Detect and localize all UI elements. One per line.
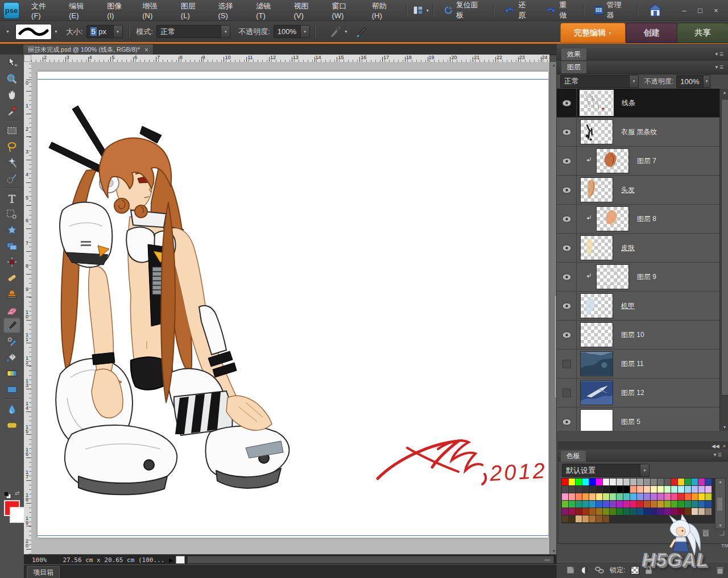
color-swatch[interactable] bbox=[705, 486, 712, 493]
color-swatch[interactable] bbox=[603, 508, 609, 515]
horizontal-scrollbar-track[interactable]: »»» bbox=[187, 556, 554, 564]
resize-grip-icon[interactable] bbox=[719, 530, 725, 536]
color-swatch[interactable] bbox=[569, 508, 575, 515]
opacity-field[interactable]: 100% ▼ bbox=[274, 25, 310, 38]
color-swatch[interactable] bbox=[610, 493, 616, 500]
red-eye-removal-tool[interactable] bbox=[3, 254, 20, 269]
color-swatch[interactable] bbox=[610, 486, 616, 493]
panel-menu-icon[interactable]: ▼☰ bbox=[714, 65, 724, 70]
move-tool[interactable] bbox=[3, 55, 20, 70]
swatches-scrollbar[interactable]: ▲ ▼ bbox=[715, 478, 726, 529]
color-swatch[interactable] bbox=[589, 501, 595, 508]
color-swatch[interactable] bbox=[623, 508, 630, 515]
layer-visibility-toggle[interactable] bbox=[557, 234, 577, 262]
effects-panel-header[interactable]: 效果 ▼☰ bbox=[557, 48, 728, 61]
tablet-brush-icon[interactable] bbox=[354, 25, 367, 39]
color-swatch[interactable] bbox=[644, 501, 650, 508]
menu-item[interactable]: 选择(S) bbox=[210, 0, 249, 20]
layer-row[interactable]: 图层 9 bbox=[557, 263, 719, 292]
menu-item[interactable]: 窗口(W) bbox=[324, 0, 364, 20]
layer-name[interactable]: 皮肤 bbox=[621, 243, 635, 253]
color-swatch[interactable] bbox=[664, 501, 671, 508]
color-swatch[interactable] bbox=[698, 508, 705, 515]
layer-visibility-toggle[interactable] bbox=[557, 176, 577, 204]
color-swatch[interactable] bbox=[644, 486, 650, 493]
color-swatch[interactable] bbox=[664, 486, 671, 493]
color-swatch[interactable] bbox=[596, 479, 602, 485]
mode-arrow[interactable]: ▼ bbox=[221, 26, 230, 38]
color-swatch[interactable] bbox=[705, 479, 712, 485]
new-layer-icon[interactable] bbox=[566, 566, 575, 574]
color-swatch[interactable] bbox=[589, 486, 595, 493]
shape-tool[interactable] bbox=[3, 381, 20, 397]
color-swatch[interactable] bbox=[576, 486, 582, 493]
airbrush-icon[interactable] bbox=[328, 25, 342, 39]
blur-tool[interactable] bbox=[3, 401, 20, 417]
delete-layer-icon[interactable] bbox=[716, 566, 724, 575]
layer-name[interactable]: 线条 bbox=[622, 98, 635, 108]
color-swatch[interactable] bbox=[582, 493, 589, 500]
layer-thumbnail[interactable] bbox=[596, 264, 629, 289]
sponge-tool[interactable] bbox=[3, 417, 20, 433]
color-swatch[interactable] bbox=[698, 486, 705, 493]
layer-row[interactable]: 机甲 bbox=[557, 292, 719, 321]
layer-visibility-toggle[interactable] bbox=[557, 118, 577, 146]
color-swatch[interactable] bbox=[603, 486, 609, 493]
layer-thumbnail[interactable] bbox=[580, 177, 613, 202]
layer-row[interactable]: 衣服 黑条纹 bbox=[557, 118, 719, 147]
brush-stroke-preview[interactable] bbox=[15, 24, 52, 40]
color-swatch[interactable] bbox=[637, 479, 643, 485]
layer-opacity-field[interactable]: 100% ▼ bbox=[676, 75, 710, 88]
clone-stamp-tool[interactable] bbox=[3, 286, 20, 301]
panel-menu-icon[interactable]: ▼☰ bbox=[714, 52, 724, 57]
blend-arrow[interactable]: ▼ bbox=[629, 76, 638, 88]
layer-name[interactable]: 图层 11 bbox=[621, 359, 644, 369]
layer-row[interactable]: 图层 8 bbox=[557, 205, 719, 234]
close-button[interactable]: × bbox=[709, 5, 723, 16]
layer-thumbnail[interactable] bbox=[580, 322, 613, 347]
color-swatch[interactable] bbox=[705, 508, 712, 515]
color-swatch[interactable] bbox=[671, 479, 677, 485]
panel-menu-icon[interactable]: ▼☰ bbox=[713, 452, 722, 458]
brush-tool[interactable] bbox=[3, 318, 20, 333]
color-swatch[interactable] bbox=[562, 486, 568, 493]
color-swatch[interactable] bbox=[644, 493, 650, 500]
menu-item[interactable]: 编辑(E) bbox=[61, 0, 100, 20]
layer-blend-mode-select[interactable]: 正常 ▼ bbox=[560, 75, 639, 88]
link-layers-icon[interactable] bbox=[595, 567, 604, 573]
color-swatch[interactable] bbox=[623, 479, 630, 485]
color-swatch[interactable] bbox=[630, 508, 636, 515]
tool-preset-arrow-icon[interactable]: ▼ bbox=[6, 30, 10, 34]
scroll-down-icon[interactable]: ▼ bbox=[720, 425, 728, 429]
color-swatch[interactable] bbox=[692, 493, 698, 500]
layer-visibility-toggle[interactable] bbox=[557, 263, 577, 291]
layer-row[interactable]: 图层 11 bbox=[557, 350, 719, 379]
color-swatch[interactable] bbox=[603, 479, 609, 485]
layer-thumbnail[interactable] bbox=[580, 351, 613, 376]
eraser-tool[interactable] bbox=[3, 302, 20, 317]
eyedropper-tool[interactable] bbox=[3, 103, 20, 118]
color-swatch[interactable] bbox=[630, 486, 636, 493]
layer-thumbnail[interactable] bbox=[580, 409, 613, 431]
color-swatch[interactable] bbox=[610, 479, 616, 485]
opacity-arrow[interactable]: ▼ bbox=[300, 26, 309, 38]
default-colors-icon[interactable] bbox=[3, 491, 11, 499]
magic-wand-tool[interactable] bbox=[3, 155, 20, 170]
layer-name[interactable]: 衣服 黑条纹 bbox=[621, 127, 657, 137]
menu-item[interactable]: 图像(I) bbox=[100, 0, 135, 20]
color-swatch[interactable] bbox=[705, 501, 712, 508]
menu-item[interactable]: 增强(N) bbox=[135, 0, 173, 20]
color-swatch[interactable] bbox=[678, 501, 684, 508]
layer-visibility-toggle[interactable] bbox=[557, 292, 577, 320]
color-swatch[interactable] bbox=[617, 479, 623, 485]
color-swatch[interactable] bbox=[678, 493, 684, 500]
color-swatch[interactable] bbox=[678, 508, 684, 515]
color-swatch[interactable] bbox=[657, 479, 664, 485]
layer-visibility-toggle[interactable] bbox=[557, 321, 577, 349]
gradient-tool[interactable] bbox=[3, 365, 20, 381]
arrange-windows-button[interactable]: ▼ bbox=[413, 6, 429, 15]
color-swatch[interactable] bbox=[596, 486, 602, 493]
maximize-button[interactable]: □ bbox=[693, 5, 708, 16]
layer-row[interactable]: 皮肤 bbox=[557, 234, 719, 263]
color-swatch[interactable] bbox=[562, 479, 568, 485]
